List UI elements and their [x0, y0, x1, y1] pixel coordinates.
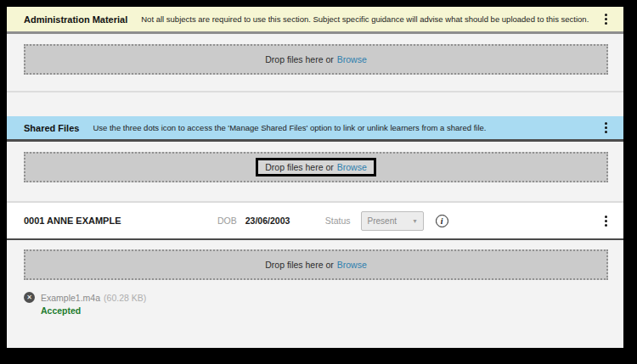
dropzone-focus-ring: Drop files here or Browse	[256, 158, 376, 176]
uploaded-file-row: ✕ Example1.m4a (60.28 KB)	[24, 292, 623, 303]
dropzone-prompt: Drop files here or	[265, 54, 334, 64]
status-label: Status	[325, 216, 351, 226]
file-status-accepted: Accepted	[41, 305, 623, 316]
section-title: Administration Material	[24, 14, 127, 25]
shared-files-dropzone[interactable]: Drop files here or Browse	[24, 152, 608, 182]
learner-dropzone[interactable]: Drop files here or Browse	[24, 249, 608, 280]
kebab-menu-icon	[605, 14, 607, 25]
dropzone-prompt: Drop files here or	[265, 162, 334, 172]
learner-name: 0001 ANNE EXAMPLE	[24, 216, 217, 226]
admin-section-header: Administration Material Not all subjects…	[7, 7, 623, 34]
upload-panel: Administration Material Not all subjects…	[7, 7, 623, 348]
status-select[interactable]: Present ▾	[361, 211, 424, 231]
section-description: Not all subjects are required to use thi…	[141, 14, 597, 24]
dob-label: DOB	[217, 216, 237, 226]
divider	[7, 91, 623, 92]
learner-menu-button[interactable]	[602, 213, 610, 229]
admin-section-menu-button[interactable]	[602, 11, 610, 27]
dropzone-prompt: Drop files here or	[265, 260, 334, 270]
learner-row: 0001 ANNE EXAMPLE DOB 23/06/2003 Status …	[7, 203, 623, 240]
dob-value: 23/06/2003	[245, 216, 307, 226]
browse-link[interactable]: Browse	[337, 260, 367, 270]
close-icon: ✕	[26, 292, 32, 303]
kebab-menu-icon	[605, 216, 607, 227]
admin-dropzone[interactable]: Drop files here or Browse	[24, 44, 608, 75]
file-size: (60.28 KB)	[104, 293, 146, 303]
info-icon[interactable]: i	[436, 215, 448, 227]
shared-files-section-header: Shared Files Use the three dots icon to …	[7, 116, 623, 142]
remove-file-button[interactable]: ✕	[24, 292, 35, 303]
section-description: Use the three dots icon to access the 'M…	[93, 123, 597, 132]
status-value: Present	[368, 216, 397, 226]
file-name: Example1.m4a	[41, 293, 100, 303]
shared-section-menu-button[interactable]	[602, 120, 610, 136]
kebab-menu-icon	[605, 122, 607, 133]
chevron-down-icon: ▾	[414, 217, 417, 225]
browse-link[interactable]: Browse	[337, 54, 367, 64]
browse-link[interactable]: Browse	[337, 162, 367, 172]
section-title: Shared Files	[24, 123, 79, 133]
